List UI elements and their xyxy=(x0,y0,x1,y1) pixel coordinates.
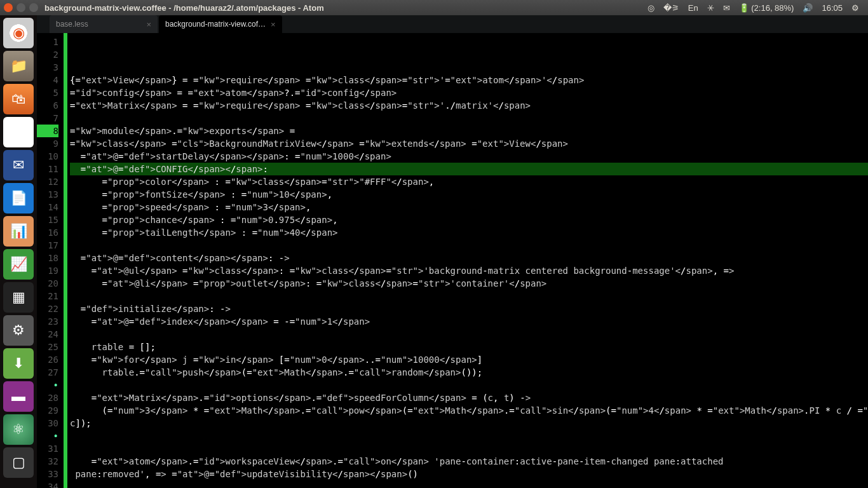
chrome-icon[interactable]: ◉ xyxy=(3,117,34,147)
clock[interactable]: 16:05 xyxy=(822,3,843,13)
workspace-icon[interactable]: ▦ xyxy=(3,282,34,313)
app-icon[interactable]: ▬ xyxy=(3,381,34,412)
tab-base-less[interactable]: base.less × xyxy=(50,15,158,33)
volume-icon[interactable]: 🔊 xyxy=(803,3,813,13)
system-tray: ◎ �⚞ En ⚹ ✉ 🔋 (2:16, 88%) 🔊 16:05 ⚙ xyxy=(648,3,864,13)
calc-icon[interactable]: 📈 xyxy=(3,249,34,280)
tab-label: background-matrix-view.cof… xyxy=(165,20,266,29)
settings-icon[interactable]: ⚙ xyxy=(3,315,34,346)
impress-icon[interactable]: 📊 xyxy=(3,216,34,247)
tab-background-matrix-view[interactable]: background-matrix-view.cof… × xyxy=(159,15,282,33)
settings-gear-icon[interactable]: ⚙ xyxy=(851,3,859,13)
keyboard-lang[interactable]: En xyxy=(688,3,698,13)
close-icon[interactable]: × xyxy=(271,20,276,29)
window-controls xyxy=(4,3,38,12)
software-icon[interactable]: 🛍 xyxy=(3,84,34,114)
writer-icon[interactable]: 📄 xyxy=(3,183,34,214)
thunderbird-icon[interactable]: ✉ xyxy=(3,150,34,180)
tab-bar: base.less × background-matrix-view.cof… … xyxy=(37,15,868,33)
close-icon[interactable]: × xyxy=(146,20,151,29)
code-editor[interactable]: 1234567891011121314151617181920212223242… xyxy=(37,33,868,488)
unity-launcher: ◉ 📁 🛍 ◉ ✉ 📄 📊 📈 ▦ ⚙ ⬇ ▬ ⚛ ▢ xyxy=(0,15,37,488)
close-icon[interactable] xyxy=(4,3,13,12)
files-icon[interactable]: 📁 xyxy=(3,51,34,81)
maximize-icon[interactable] xyxy=(29,3,38,12)
network-icon[interactable]: ◎ xyxy=(648,3,654,13)
mail-icon[interactable]: ✉ xyxy=(723,3,730,13)
dash-icon[interactable]: ◉ xyxy=(3,18,34,48)
line-gutter: 1234567891011121314151617181920212223242… xyxy=(37,33,67,488)
wifi-icon[interactable]: �⚞ xyxy=(663,3,679,13)
editor-area: base.less × background-matrix-view.cof… … xyxy=(37,15,868,488)
code-content[interactable]: {="ext">View</span>} = ="kw">require</sp… xyxy=(67,33,868,488)
atom-window: ▾ 🗀 packages ▾🗀background-matrix▾🗀lib🗎ba… xyxy=(37,15,868,488)
battery-status[interactable]: 🔋 (2:16, 88%) xyxy=(739,3,794,13)
atom-icon[interactable]: ⚛ xyxy=(3,414,34,445)
terminal-icon[interactable]: ▢ xyxy=(3,447,34,478)
bluetooth-icon[interactable]: ⚹ xyxy=(707,3,714,13)
tab-label: base.less xyxy=(56,20,88,29)
download-icon[interactable]: ⬇ xyxy=(3,348,34,379)
titlebar: background-matrix-view.coffee - /home/hu… xyxy=(0,0,868,15)
window-title: background-matrix-view.coffee - /home/hu… xyxy=(44,3,324,13)
minimize-icon[interactable] xyxy=(17,3,25,12)
